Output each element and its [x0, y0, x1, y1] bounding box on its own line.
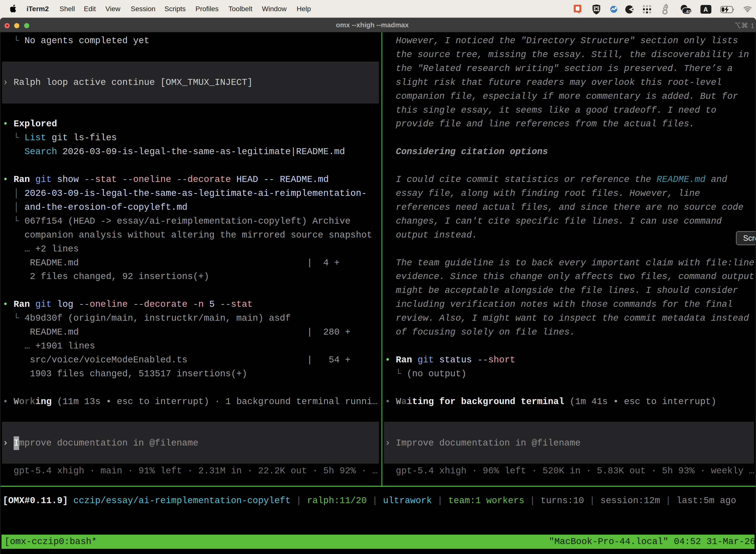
svg-text:..61: ..61 — [684, 9, 691, 14]
svg-text:A: A — [703, 6, 708, 13]
